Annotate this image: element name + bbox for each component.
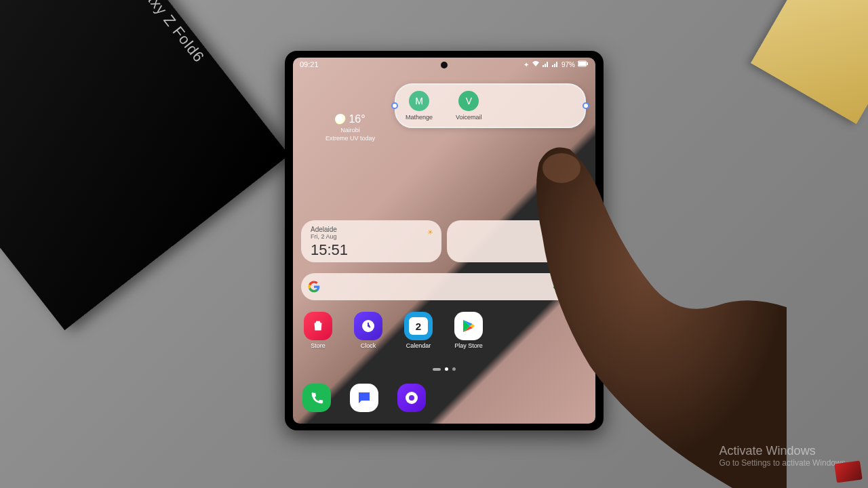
svg-point-7 xyxy=(409,395,414,401)
resize-handle-left[interactable] xyxy=(391,102,398,109)
battery-icon xyxy=(578,60,589,68)
clock-city: Adelaide xyxy=(311,226,432,233)
clock-date: Fri, 2 Aug xyxy=(311,233,432,240)
channel-badge xyxy=(834,460,863,483)
dock-messages[interactable] xyxy=(350,384,378,412)
weather-city: Nairobi xyxy=(326,127,375,134)
app-row: Store Clock 2 Calendar xyxy=(302,312,484,349)
signal-icon-2 xyxy=(552,60,559,68)
vibrate-icon: ✦ xyxy=(524,61,529,68)
app-label: Calendar xyxy=(403,342,434,349)
wooden-clamp-prop xyxy=(751,0,868,124)
dock-phone[interactable] xyxy=(302,384,331,412)
weather-temp: 16° xyxy=(349,113,365,125)
watermark-title: Activate Windows xyxy=(719,444,848,458)
app-clock[interactable]: Clock xyxy=(353,312,384,349)
contact-name: Mathenge xyxy=(406,114,433,121)
status-time: 09:21 xyxy=(300,60,319,68)
desk-surface: Galaxy Z Fold6 09:21 ✦ xyxy=(0,0,868,488)
clock-time: 15:51 xyxy=(311,241,432,259)
dock-browser[interactable] xyxy=(397,384,426,412)
camera-notch xyxy=(441,62,448,68)
contact-avatar: V xyxy=(458,91,479,111)
contacts-widget-selected[interactable]: M Mathenge V Voicemail xyxy=(395,83,586,128)
svg-rect-2 xyxy=(587,62,588,65)
resize-handle-right[interactable] xyxy=(583,102,589,109)
sun-icon: ☀ xyxy=(573,228,579,236)
windows-watermark: Activate Windows Go to Settings to activ… xyxy=(719,444,848,468)
sun-icon: ☀ xyxy=(427,228,433,236)
app-play-store[interactable]: Play Store xyxy=(453,312,484,349)
calendar-icon: 2 xyxy=(404,312,433,340)
app-store[interactable]: Store xyxy=(302,312,334,349)
app-label: Store xyxy=(302,342,334,349)
clock-card[interactable]: ☀ xyxy=(447,220,587,262)
clock-icon xyxy=(354,312,382,340)
signal-icon xyxy=(542,60,549,68)
app-label: Clock xyxy=(353,342,384,349)
world-clock-widget[interactable]: ☀ Adelaide Fri, 2 Aug 15:51 ☀ xyxy=(301,220,587,262)
battery-text: 97% xyxy=(561,61,575,68)
phone-device: 09:21 ✦ 97% xyxy=(285,51,604,430)
play-store-icon xyxy=(454,312,483,340)
svg-rect-1 xyxy=(578,62,586,66)
messages-icon xyxy=(356,390,372,406)
page-indicator[interactable] xyxy=(433,367,456,371)
mic-icon[interactable] xyxy=(551,281,563,293)
store-icon xyxy=(304,312,332,340)
contact-avatar: M xyxy=(409,91,429,111)
browser-icon xyxy=(403,390,420,406)
clock-card[interactable]: ☀ Adelaide Fri, 2 Aug 15:51 xyxy=(301,220,441,262)
phone-box-prop: Galaxy Z Fold6 xyxy=(0,0,289,330)
google-search-bar[interactable] xyxy=(301,273,587,300)
contact-item[interactable]: V Voicemail xyxy=(456,91,482,121)
home-screen[interactable]: 09:21 ✦ 97% xyxy=(293,58,595,424)
app-calendar[interactable]: 2 Calendar xyxy=(403,312,434,349)
contact-name: Voicemail xyxy=(456,114,482,121)
wifi-icon xyxy=(532,60,540,68)
svg-point-4 xyxy=(573,285,576,289)
watermark-sub: Go to Settings to activate Windows. xyxy=(719,458,848,468)
weather-widget[interactable]: 16° Nairobi Extreme UV today xyxy=(326,113,375,142)
phone-icon xyxy=(309,390,324,405)
contact-item[interactable]: M Mathenge xyxy=(406,91,433,121)
weather-detail: Extreme UV today xyxy=(326,135,375,142)
google-logo-icon xyxy=(308,281,320,293)
weather-icon xyxy=(335,114,346,125)
lens-icon[interactable] xyxy=(568,281,580,293)
dock xyxy=(302,384,426,414)
box-label: Galaxy Z Fold6 xyxy=(125,0,208,66)
app-label: Play Store xyxy=(453,342,484,349)
